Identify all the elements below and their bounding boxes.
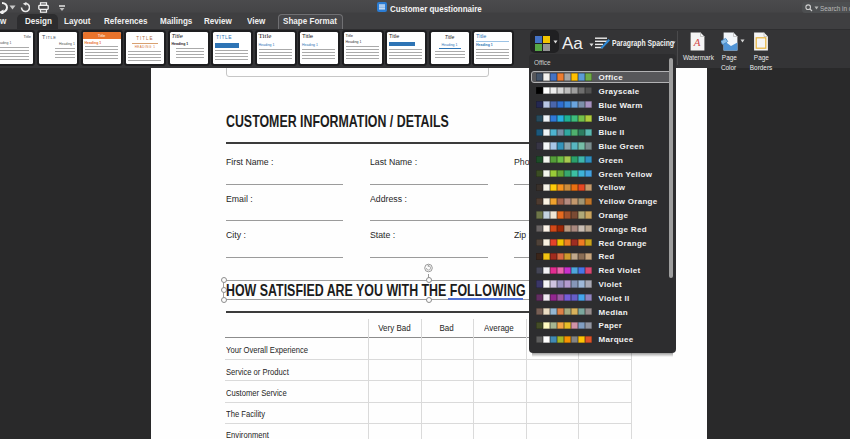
svg-text:A: A bbox=[693, 36, 701, 48]
